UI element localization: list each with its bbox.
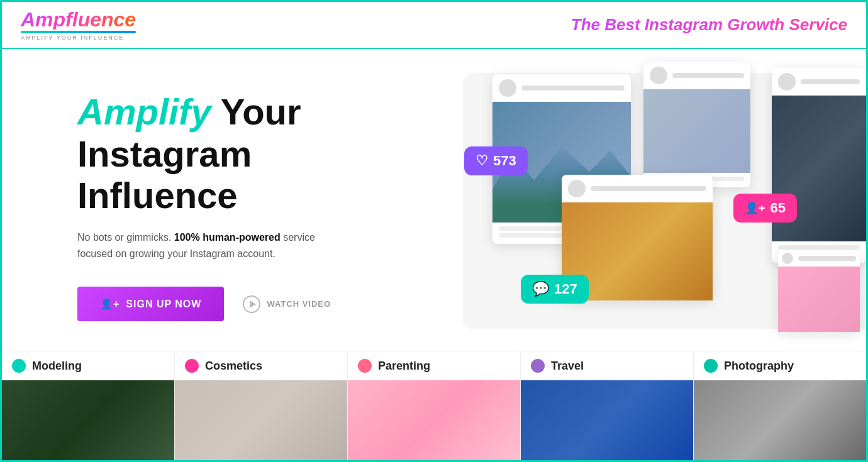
category-dot xyxy=(12,359,26,373)
post-avatar-1 xyxy=(499,79,516,97)
category-label-cosmetics: Cosmetics xyxy=(175,351,347,380)
user-add-icon: 👤+ xyxy=(100,298,120,310)
post-avatar-3 xyxy=(568,180,586,197)
post-header-2 xyxy=(643,62,750,89)
category-text: Photography xyxy=(724,360,794,373)
dessert-image xyxy=(778,267,860,332)
ig-post-bottom-right xyxy=(778,250,860,332)
signup-button[interactable]: 👤+ SIGN UP NOW xyxy=(77,287,224,321)
post-avatar-5 xyxy=(782,253,793,264)
category-item-parenting[interactable]: Parenting xyxy=(348,351,521,462)
likes-count: 573 xyxy=(493,153,516,169)
header-headline: The Best Instagram Growth Service xyxy=(571,15,847,35)
post-username-3 xyxy=(591,186,706,191)
ig-post-small xyxy=(643,62,750,187)
watch-video-button[interactable]: WATCH VIDEO xyxy=(243,295,331,313)
category-label-parenting: Parenting xyxy=(348,351,520,380)
category-label-photography: Photography xyxy=(694,351,866,380)
category-image-fill xyxy=(694,380,866,462)
play-icon xyxy=(243,295,260,313)
comments-badge: 💬 127 xyxy=(521,275,589,304)
post-header-5 xyxy=(778,250,860,267)
post-header-3 xyxy=(562,175,713,202)
heart-icon: ♡ xyxy=(476,153,488,169)
category-image xyxy=(348,380,520,462)
post-header-1 xyxy=(492,74,631,102)
user-plus-icon: 👤+ xyxy=(745,201,765,215)
likes-badge: ♡ 573 xyxy=(464,146,528,175)
post-header-4 xyxy=(772,68,866,96)
signup-label: SIGN UP NOW xyxy=(126,299,201,310)
category-image xyxy=(694,380,866,462)
hero-illustration: ♡ 573 👤+ 65 💬 127 xyxy=(404,49,866,351)
category-image-fill xyxy=(175,380,347,462)
category-label-modeling: Modeling xyxy=(2,351,174,380)
cta-row: 👤+ SIGN UP NOW WATCH VIDEO xyxy=(77,287,373,321)
post-image-surf xyxy=(643,89,750,173)
category-dot xyxy=(531,359,545,373)
post-username-4 xyxy=(801,79,860,84)
category-image-fill xyxy=(2,380,174,462)
category-text: Parenting xyxy=(378,360,430,373)
category-item-modeling[interactable]: Modeling xyxy=(2,351,175,462)
category-image xyxy=(521,380,693,462)
category-item-cosmetics[interactable]: Cosmetics xyxy=(175,351,348,462)
category-image-fill xyxy=(348,380,520,462)
logo-tagline: AMPLIFY YOUR INFLUENCE xyxy=(21,35,124,41)
category-image xyxy=(175,380,347,462)
post-avatar-4 xyxy=(778,73,796,91)
hero-subtitle: No bots or gimmicks. 100% human-powered … xyxy=(77,229,348,261)
post-username-5 xyxy=(798,256,856,261)
followers-badge: 👤+ 65 xyxy=(733,194,797,223)
logo[interactable]: Ampfluence AMPLIFY YOUR INFLUENCE xyxy=(21,9,136,41)
play-triangle xyxy=(250,300,256,308)
main-section: Amplify Your Instagram Influence No bots… xyxy=(2,49,866,351)
comment-icon: 💬 xyxy=(532,281,549,297)
category-label-travel: Travel xyxy=(521,351,693,380)
ig-post-right xyxy=(772,68,866,263)
subtitle-normal1: No bots or gimmicks. xyxy=(77,232,171,243)
logo-underline xyxy=(21,31,136,33)
category-dot xyxy=(185,359,199,373)
hero-title: Amplify Your Instagram Influence xyxy=(77,91,373,217)
category-dot xyxy=(704,359,718,373)
header: Ampfluence AMPLIFY YOUR INFLUENCE The Be… xyxy=(2,2,866,49)
hero-title-line2: Instagram Influence xyxy=(77,133,252,216)
hero-title-your: Your xyxy=(211,91,301,132)
post-avatar-2 xyxy=(650,67,667,84)
watch-video-label: WATCH VIDEO xyxy=(267,299,331,309)
category-image xyxy=(2,380,174,462)
category-text: Cosmetics xyxy=(205,360,262,373)
post-username-2 xyxy=(672,73,744,78)
category-text: Modeling xyxy=(32,360,82,373)
hero-title-amplify: Amplify xyxy=(77,91,211,132)
category-item-travel[interactable]: Travel xyxy=(521,351,694,462)
categories-section: ModelingCosmeticsParentingTravelPhotogra… xyxy=(2,351,866,462)
footer-line-5 xyxy=(778,245,860,250)
post-image-dessert xyxy=(778,267,860,332)
followers-count: 65 xyxy=(771,200,786,216)
post-username-1 xyxy=(521,85,625,91)
comments-count: 127 xyxy=(554,281,577,297)
category-text: Travel xyxy=(551,360,584,373)
category-dot xyxy=(358,359,372,373)
logo-text: Ampfluence xyxy=(21,9,136,30)
subtitle-bold: 100% human-powered xyxy=(171,232,280,243)
surf-image xyxy=(643,89,750,173)
category-item-photography[interactable]: Photography xyxy=(694,351,866,462)
category-image-fill xyxy=(521,380,693,462)
hero-left: Amplify Your Instagram Influence No bots… xyxy=(2,49,404,351)
